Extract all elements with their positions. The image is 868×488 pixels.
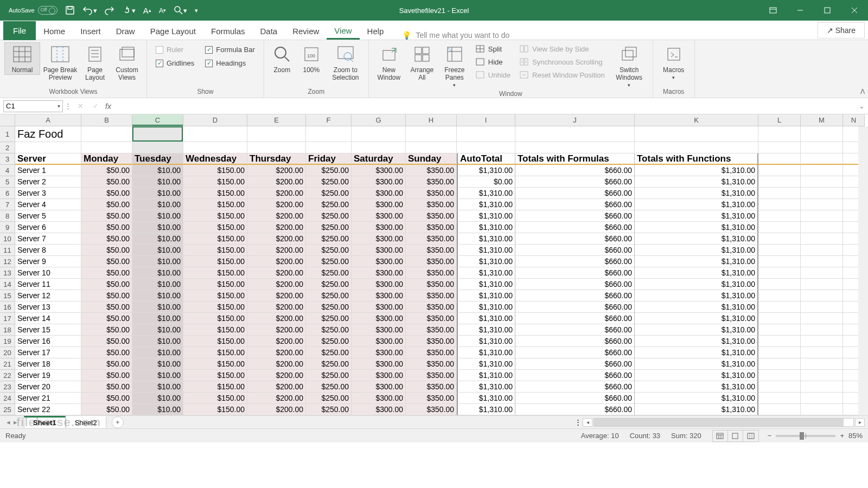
cell[interactable]: $350.00 — [406, 210, 457, 222]
cell[interactable]: $1,310.00 — [457, 404, 515, 415]
cell[interactable] — [801, 188, 843, 199]
cell[interactable]: $1,310.00 — [457, 188, 515, 199]
row-header[interactable]: 16 — [0, 301, 15, 313]
row-header[interactable]: 10 — [0, 233, 15, 245]
cell[interactable]: $10.00 — [132, 222, 183, 233]
redo-icon[interactable] — [105, 5, 114, 15]
cell[interactable]: $1,310.00 — [457, 222, 515, 233]
add-sheet-button[interactable]: + — [112, 416, 124, 428]
cell[interactable] — [758, 210, 801, 222]
cell[interactable] — [801, 267, 843, 279]
cell[interactable]: $10.00 — [132, 313, 183, 324]
cell[interactable] — [801, 126, 843, 142]
cell[interactable] — [457, 142, 515, 153]
column-header-N[interactable]: N — [843, 114, 865, 126]
cell[interactable] — [306, 142, 352, 153]
cell[interactable]: $50.00 — [81, 233, 132, 245]
cell[interactable]: $300.00 — [352, 176, 406, 188]
gridlines-checkbox[interactable]: ✓Gridlines — [156, 59, 194, 67]
cell[interactable]: $350.00 — [406, 324, 457, 336]
cell[interactable]: $200.00 — [247, 393, 306, 404]
cell[interactable]: Thursday — [247, 153, 306, 165]
column-header-B[interactable]: B — [81, 114, 132, 126]
cell[interactable]: $10.00 — [132, 358, 183, 370]
touch-mode-icon[interactable]: ▾ — [122, 5, 136, 15]
cell[interactable]: $1,310.00 — [457, 393, 515, 404]
cell[interactable]: $200.00 — [247, 336, 306, 347]
cell[interactable] — [801, 336, 843, 347]
cell[interactable]: $1,310.00 — [457, 279, 515, 290]
cell[interactable]: $200.00 — [247, 370, 306, 381]
share-button[interactable]: ↗ Share — [818, 22, 865, 38]
row-header[interactable]: 23 — [0, 381, 15, 393]
cell[interactable]: $350.00 — [406, 176, 457, 188]
cell[interactable] — [801, 142, 843, 153]
cell[interactable] — [247, 142, 306, 153]
cell[interactable] — [81, 126, 132, 142]
row-header[interactable]: 19 — [0, 336, 15, 347]
qat-customize-icon[interactable]: ▾ — [195, 7, 198, 14]
cell[interactable]: Server 10 — [15, 267, 81, 279]
cell[interactable]: Server 3 — [15, 188, 81, 199]
cell[interactable] — [457, 126, 515, 142]
cell[interactable] — [801, 358, 843, 370]
cell[interactable]: $300.00 — [352, 188, 406, 199]
cell[interactable]: $150.00 — [183, 301, 247, 313]
cell[interactable]: $10.00 — [132, 324, 183, 336]
cell[interactable]: Totals with Functions — [635, 153, 758, 165]
cell[interactable]: $250.00 — [306, 404, 352, 415]
cell[interactable]: Sunday — [406, 153, 457, 165]
cell[interactable] — [758, 245, 801, 256]
freeze-panes-button[interactable]: Freeze Panes▾ — [439, 42, 470, 89]
cell[interactable]: $300.00 — [352, 245, 406, 256]
cell[interactable]: $200.00 — [247, 358, 306, 370]
cell[interactable]: $660.00 — [515, 165, 635, 176]
cell[interactable]: $1,310.00 — [635, 165, 758, 176]
cell[interactable]: $10.00 — [132, 301, 183, 313]
zoom-button[interactable]: Zoom — [269, 42, 296, 75]
cell[interactable]: $300.00 — [352, 279, 406, 290]
headings-checkbox[interactable]: ✓Headings — [205, 59, 255, 67]
cell[interactable]: $350.00 — [406, 290, 457, 301]
column-header-C[interactable]: C — [132, 114, 183, 126]
cell[interactable]: $50.00 — [81, 290, 132, 301]
cell[interactable]: Server 15 — [15, 324, 81, 336]
cell[interactable] — [183, 126, 247, 142]
cell[interactable]: Server 16 — [15, 336, 81, 347]
cell[interactable]: $660.00 — [515, 313, 635, 324]
cell[interactable]: $150.00 — [183, 290, 247, 301]
cell[interactable]: Server 6 — [15, 222, 81, 233]
cell[interactable]: $660.00 — [515, 301, 635, 313]
cell[interactable]: $1,310.00 — [457, 290, 515, 301]
column-header-K[interactable]: K — [635, 114, 758, 126]
cell[interactable] — [801, 313, 843, 324]
row-header[interactable]: 7 — [0, 199, 15, 210]
cell[interactable]: $250.00 — [306, 381, 352, 393]
cell[interactable] — [758, 153, 801, 165]
cell[interactable] — [132, 142, 183, 153]
cell[interactable]: Server 21 — [15, 393, 81, 404]
cell[interactable] — [352, 126, 406, 142]
cell[interactable]: $350.00 — [406, 222, 457, 233]
row-header[interactable]: 2 — [0, 142, 15, 153]
select-all-corner[interactable] — [0, 114, 15, 126]
cell[interactable]: $1,310.00 — [635, 210, 758, 222]
cell[interactable]: $150.00 — [183, 245, 247, 256]
vertical-scrollbar[interactable] — [858, 126, 868, 415]
cell[interactable]: $250.00 — [306, 233, 352, 245]
cell[interactable] — [801, 347, 843, 358]
spreadsheet-grid[interactable]: ABCDEFGHIJKLMN 1234567891011121314151617… — [0, 114, 868, 415]
cell[interactable]: $300.00 — [352, 290, 406, 301]
cell[interactable]: $150.00 — [183, 222, 247, 233]
cell[interactable] — [801, 256, 843, 267]
cell[interactable]: $1,310.00 — [635, 176, 758, 188]
tab-draw[interactable]: Draw — [108, 22, 143, 40]
cell[interactable]: $300.00 — [352, 393, 406, 404]
cell[interactable]: $300.00 — [352, 324, 406, 336]
cell[interactable]: $200.00 — [247, 165, 306, 176]
cell[interactable]: $350.00 — [406, 393, 457, 404]
cell[interactable]: $1,310.00 — [635, 370, 758, 381]
cell[interactable]: $10.00 — [132, 256, 183, 267]
cell[interactable] — [352, 142, 406, 153]
cell[interactable] — [801, 165, 843, 176]
